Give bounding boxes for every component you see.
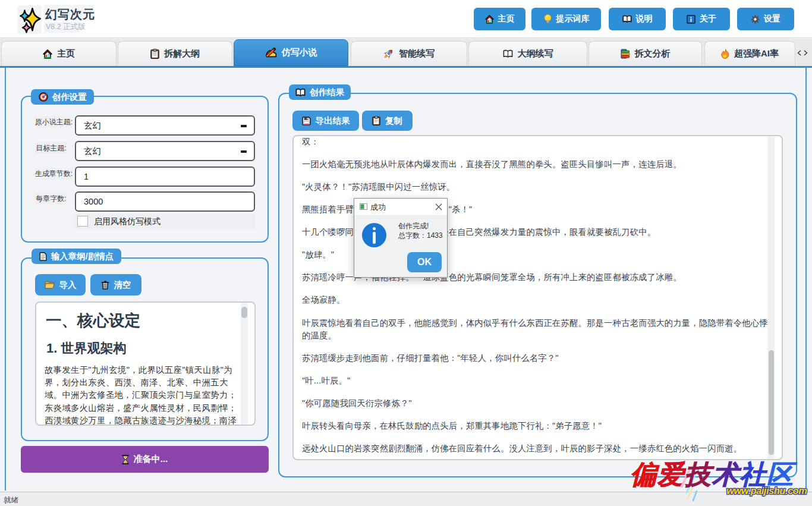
svg-text:www.paijishu.com: www.paijishu.com [726,485,807,496]
